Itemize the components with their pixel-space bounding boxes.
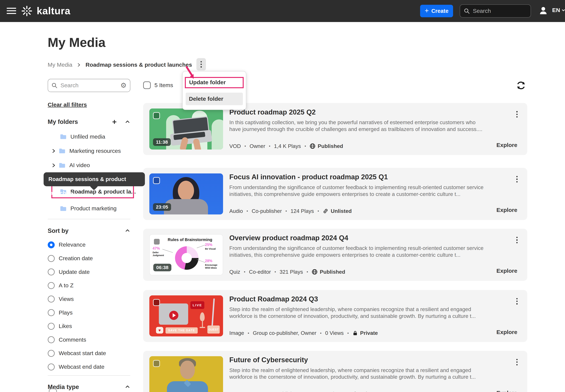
sort-option-relevance[interactable]: Relevance: [48, 241, 86, 249]
media-select-checkbox[interactable]: [153, 238, 160, 245]
media-plays: 124 Plays: [291, 208, 314, 214]
divider: [48, 219, 130, 219]
hamburger-menu-icon[interactable]: [7, 8, 16, 14]
menu-item-update-folder[interactable]: Update folder: [185, 77, 244, 88]
media-type: Quiz: [229, 269, 240, 275]
folder-icon: [59, 147, 66, 154]
expand-chevron-icon[interactable]: [51, 163, 56, 168]
sidebar-folder-unfiled-media[interactable]: Unfiled media: [60, 132, 105, 141]
sort-option-plays[interactable]: Plays: [48, 309, 73, 317]
media-thumbnail[interactable]: 23:05: [149, 173, 223, 214]
media-meta-row: VOD• Owner• 1,4 K Plays• Published: [229, 143, 343, 149]
media-type-checkbox[interactable]: [49, 389, 57, 392]
folder-icon: [59, 162, 66, 169]
media-select-checkbox[interactable]: [153, 299, 160, 306]
media-title[interactable]: Focus AI innovation - product roadmap 20…: [229, 173, 388, 181]
media-meta-row: Image• Group co-publisher, Owner• 0 View…: [229, 330, 378, 336]
clear-all-filters-link[interactable]: Clear all filters: [48, 101, 87, 108]
create-button[interactable]: + Create: [420, 5, 453, 17]
filter-search-box[interactable]: ⚙: [48, 79, 130, 92]
lock-icon: [352, 391, 358, 392]
explore-link[interactable]: Explore: [496, 390, 518, 392]
sort-option-a-to-z[interactable]: A to Z: [48, 281, 74, 290]
sort-option-comments[interactable]: Comments: [48, 336, 86, 344]
media-status: Published: [320, 269, 345, 275]
kaltura-logo-icon: [21, 5, 33, 17]
folder-tooltip: Roadmap sessions & product launches: [44, 172, 145, 186]
search-icon: [51, 82, 58, 88]
sort-option-update-date[interactable]: Update date: [48, 268, 90, 276]
folder-actions-menu: Update folder Delete folder: [182, 71, 246, 110]
divider: [48, 375, 130, 376]
collapse-section-icon[interactable]: [125, 384, 130, 390]
media-kebab-button[interactable]: [516, 175, 519, 183]
breadcrumb-root-link[interactable]: My Media: [48, 62, 72, 68]
media-title[interactable]: Product Roadmap 2024 Q3: [229, 295, 318, 303]
filter-search-input[interactable]: [60, 82, 118, 89]
media-thumbnail[interactable]: 11:38: [149, 109, 223, 150]
media-select-checkbox[interactable]: [153, 112, 160, 119]
explore-link[interactable]: Explore: [496, 207, 518, 213]
media-meta-row: Quiz• Co-editor• 321 Plays• Published: [229, 269, 345, 275]
sidebar-folder-product-marketing[interactable]: Product marketing: [60, 204, 117, 213]
media-kebab-button[interactable]: [516, 297, 519, 305]
my-folders-section-header: My folders +: [48, 118, 130, 126]
page-title: My Media: [48, 35, 105, 50]
media-type: Image: [229, 330, 244, 336]
chevron-down-icon: [561, 8, 565, 13]
sort-option-webcast-end-date[interactable]: Webcast end date: [48, 363, 104, 371]
media-type: Audio: [229, 208, 243, 214]
search-settings-gear-icon[interactable]: ⚙: [120, 82, 127, 89]
media-status: Unlisted: [331, 208, 352, 214]
media-kebab-button[interactable]: [516, 110, 519, 118]
sidebar-folder-ai-video[interactable]: AI video: [51, 161, 90, 170]
media-title[interactable]: Future of Cybersecurity: [229, 356, 308, 364]
sort-option-webcast-start-date[interactable]: Webcast start date: [48, 350, 106, 357]
globe-icon: [312, 269, 317, 275]
live-badge: LIVE: [190, 301, 204, 309]
media-type: Image: [229, 391, 244, 392]
radio-icon: [48, 336, 55, 343]
radio-icon: [48, 323, 55, 330]
user-profile-icon[interactable]: [538, 6, 548, 15]
media-kebab-button[interactable]: [516, 358, 519, 366]
media-thumbnail[interactable]: Rules of Brainstorming 47% Defer Judgmen…: [149, 234, 223, 275]
media-select-checkbox[interactable]: [153, 360, 160, 367]
media-plays: 1,4 K Plays: [274, 143, 301, 149]
media-select-checkbox[interactable]: [153, 177, 160, 184]
media-role: Co-editor: [249, 269, 271, 275]
media-status: Private: [360, 391, 378, 392]
media-thumbnail[interactable]: [149, 356, 223, 392]
explore-link[interactable]: Explore: [496, 329, 518, 336]
menu-item-delete-folder[interactable]: Delete folder: [186, 93, 243, 105]
explore-link[interactable]: Explore: [496, 142, 518, 148]
sort-option-creation-date[interactable]: Creation date: [48, 254, 93, 263]
collapse-section-icon[interactable]: [125, 119, 130, 125]
global-search-input[interactable]: [473, 8, 527, 14]
media-title[interactable]: Overview product roadmap 2024 Q4: [229, 234, 348, 242]
media-kebab-button[interactable]: [516, 236, 519, 244]
add-folder-button[interactable]: +: [112, 118, 117, 126]
select-all-checkbox[interactable]: [143, 81, 151, 89]
explore-link[interactable]: Explore: [496, 268, 518, 274]
breadcrumb-current: Roadmap sessions & product launches: [86, 62, 192, 68]
link-icon: [323, 208, 328, 214]
expand-chevron-icon[interactable]: [51, 149, 56, 153]
language-selector[interactable]: EN: [552, 7, 565, 14]
collapse-section-icon[interactable]: [125, 228, 130, 234]
refresh-icon[interactable]: [516, 80, 526, 91]
sort-option-likes[interactable]: Likes: [48, 322, 72, 330]
media-thumbnail[interactable]: LIVE ♥ SAVE THE DATE GUEST: [149, 295, 223, 336]
global-search-box[interactable]: [460, 4, 531, 18]
media-meta-row: Image• Group co-publisher, Owner• 0 View…: [229, 391, 378, 392]
top-navigation-bar: kaltura + Create EN: [0, 0, 565, 22]
lock-icon: [352, 330, 358, 336]
folder-actions-kebab-button[interactable]: [196, 58, 206, 71]
items-count: 5 Items: [154, 82, 173, 88]
media-card: Future of Cybersecurity Step into the re…: [143, 351, 527, 392]
sort-option-views[interactable]: Views: [48, 295, 74, 303]
radio-selected-icon: [48, 241, 55, 248]
media-role: Co-publisher: [252, 208, 282, 214]
radio-icon: [48, 282, 55, 289]
sidebar-folder-marketing-resources[interactable]: Marketing resources: [51, 146, 121, 156]
